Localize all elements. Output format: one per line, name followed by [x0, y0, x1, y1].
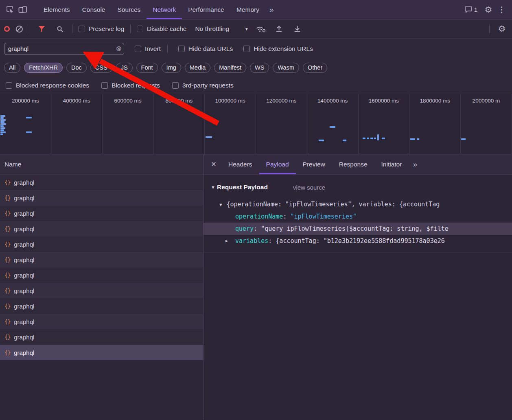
issues-count: 1	[474, 7, 477, 13]
invert-label: Invert	[145, 45, 161, 52]
type-filter-other[interactable]: Other	[303, 63, 327, 73]
detail-tab-payload[interactable]: Payload	[259, 154, 296, 174]
clear-filter-icon[interactable]: ⊗	[116, 45, 122, 52]
network-activity-bar	[0, 129, 4, 131]
checkbox-box	[79, 26, 85, 32]
request-row[interactable]: {}graphql	[0, 298, 203, 314]
close-icon[interactable]: ✕	[206, 160, 221, 168]
collapse-triangle-icon[interactable]: ▼	[211, 185, 217, 190]
request-row[interactable]: {}graphql	[0, 283, 203, 298]
preserve-log-checkbox[interactable]: Preserve log	[79, 25, 124, 33]
3rd-party-requests-checkbox[interactable]: 3rd-party requests	[172, 82, 234, 89]
type-filter-css[interactable]: CSS	[90, 63, 112, 73]
type-filter-fetch-xhr[interactable]: Fetch/XHR	[24, 63, 63, 73]
timeline-overview[interactable]: 200000 ms400000 ms600000 ms800000 ms1000…	[0, 94, 512, 154]
detail-tab-response[interactable]: Response	[332, 154, 374, 174]
network-activity-bar	[330, 126, 335, 128]
tab-elements[interactable]: Elements	[37, 0, 76, 19]
network-settings-gear-icon[interactable]: ⚙	[496, 23, 508, 35]
request-row[interactable]: {}graphql	[0, 221, 203, 236]
checkbox-box	[101, 82, 108, 89]
request-row[interactable]: {}graphql	[0, 236, 203, 252]
request-payload-section-header[interactable]: ▼ Request Payload view source	[203, 181, 512, 193]
name-column-header[interactable]: Name	[0, 154, 203, 175]
inspect-element-icon[interactable]	[4, 4, 16, 16]
hide-data-urls-checkbox[interactable]: Hide data URLs	[178, 45, 233, 52]
network-activity-bar	[410, 138, 415, 140]
request-row[interactable]: {}graphql	[0, 190, 203, 206]
more-detail-tabs-icon[interactable]: »	[409, 160, 421, 169]
blocked-requests-label: Blocked requests	[112, 82, 160, 89]
detail-tab-initiator[interactable]: Initiator	[374, 154, 409, 174]
filter-input[interactable]	[4, 43, 124, 55]
divider	[203, 252, 512, 252]
filter-input-wrap: ⊗	[4, 43, 124, 55]
detail-panel: ✕ HeadersPayloadPreviewResponseInitiator…	[203, 154, 512, 420]
detail-tab-headers[interactable]: Headers	[221, 154, 259, 174]
request-list: {}graphql{}graphql{}graphql{}graphql{}gr…	[0, 175, 203, 360]
tab-performance[interactable]: Performance	[182, 0, 230, 19]
payload-row-variables[interactable]: ▶variables: {accountTag: "b12e3b2192ee55…	[203, 235, 512, 247]
import-har-icon[interactable]	[273, 23, 285, 35]
network-activity-bar	[0, 123, 6, 125]
checkbox-box	[178, 46, 185, 52]
request-row[interactable]: {}graphql	[0, 252, 203, 267]
tab-sources[interactable]: Sources	[112, 0, 147, 19]
payload-row-operationname[interactable]: operationName: "ipFlowTimeseries"	[203, 210, 512, 223]
type-filter-manifest[interactable]: Manifest	[214, 63, 246, 73]
type-filter-img[interactable]: Img	[162, 63, 181, 73]
xhr-icon: {}	[4, 179, 10, 186]
type-filter-doc[interactable]: Doc	[66, 63, 87, 73]
network-activity-bar	[0, 127, 5, 129]
request-row[interactable]: {}graphql	[0, 267, 203, 283]
request-name: graphql	[14, 272, 34, 279]
disable-cache-checkbox[interactable]: Disable cache	[137, 25, 186, 33]
throttling-dropdown[interactable]: No throttling ▼	[195, 25, 248, 33]
view-source-link[interactable]: view source	[293, 184, 325, 191]
tab-memory[interactable]: Memory	[230, 0, 265, 19]
request-row[interactable]: {}graphql	[0, 314, 203, 329]
payload-preview-row[interactable]: ▼ {operationName: "ipFlowTimeseries", va…	[203, 198, 512, 210]
payload-row-query[interactable]: query: "query ipFlowTimeseries($accountT…	[203, 223, 512, 235]
checkbox-box	[172, 82, 179, 89]
settings-gear-icon[interactable]: ⚙	[482, 4, 494, 16]
tab-console[interactable]: Console	[76, 0, 112, 19]
record-button[interactable]	[4, 26, 10, 32]
tab-network[interactable]: Network	[147, 0, 182, 19]
clear-network-log-button[interactable]	[16, 26, 23, 33]
export-har-icon[interactable]	[291, 23, 304, 35]
search-icon[interactable]	[54, 23, 66, 35]
more-tabs-icon[interactable]: »	[265, 5, 278, 14]
collapse-triangle-icon[interactable]: ▼	[219, 199, 225, 210]
request-row[interactable]: {}graphql	[0, 206, 203, 221]
type-filter-ws[interactable]: WS	[250, 63, 269, 73]
xhr-icon: {}	[4, 287, 10, 294]
checkbox-box	[243, 46, 250, 52]
request-row[interactable]: {}graphql	[0, 345, 203, 360]
blocked-response-cookies-checkbox[interactable]: Blocked response cookies	[6, 82, 89, 89]
divider	[29, 24, 29, 33]
request-row[interactable]: {}graphql	[0, 329, 203, 345]
invert-checkbox[interactable]: Invert	[135, 45, 161, 52]
hide-extension-urls-checkbox[interactable]: Hide extension URLs	[243, 45, 313, 52]
issues-button[interactable]: 1	[464, 6, 477, 13]
request-row[interactable]: {}graphql	[0, 175, 203, 190]
type-filter-media[interactable]: Media	[185, 63, 211, 73]
type-filter-wasm[interactable]: Wasm	[273, 63, 299, 73]
payload-preview-text: {operationName: "ipFlowTimeseries", vari…	[226, 201, 440, 208]
type-filter-all[interactable]: All	[4, 63, 20, 73]
json-key: variables	[235, 237, 268, 245]
type-filter-font[interactable]: Font	[136, 63, 158, 73]
expand-triangle-icon[interactable]: ▶	[225, 235, 228, 247]
kebab-menu-icon[interactable]: ⋮	[494, 4, 509, 16]
json-value: "ipFlowTimeseries"	[290, 213, 357, 220]
filter-icon[interactable]	[35, 23, 48, 35]
hide-data-urls-label: Hide data URLs	[188, 45, 233, 52]
network-conditions-icon[interactable]	[255, 23, 267, 35]
detail-tab-preview[interactable]: Preview	[296, 154, 332, 174]
device-toolbar-icon[interactable]	[16, 4, 28, 16]
xhr-icon: {}	[4, 210, 10, 217]
blocked-requests-checkbox[interactable]: Blocked requests	[101, 82, 160, 89]
detail-tabbar: ✕ HeadersPayloadPreviewResponseInitiator…	[203, 154, 512, 175]
type-filter-js[interactable]: JS	[116, 63, 133, 73]
